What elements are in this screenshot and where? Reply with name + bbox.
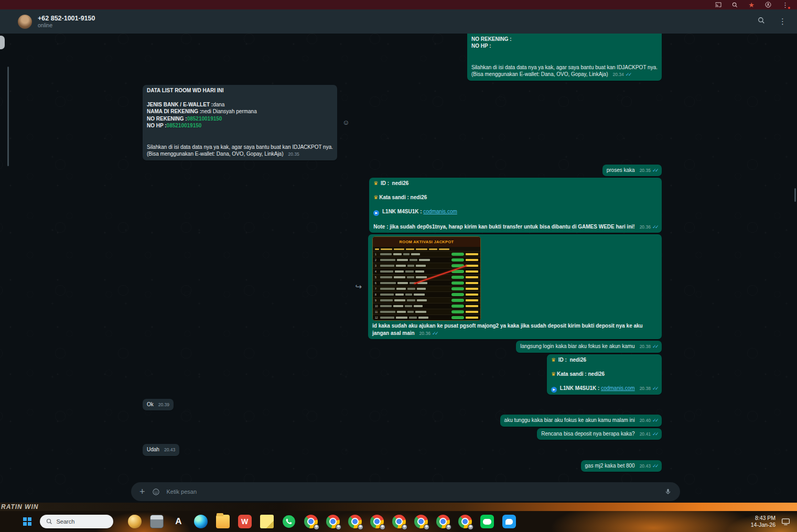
- taskbar-app-chrome-profile-14[interactable]: [436, 515, 450, 528]
- chat-search-icon[interactable]: [758, 17, 765, 26]
- message-text: ♛ ID : nedi26 ♛Kata sandi : nedi26 ▶ L1N…: [551, 356, 658, 393]
- taskbar-search-label: Search: [57, 518, 75, 525]
- microphone-icon[interactable]: [664, 488, 672, 495]
- left-scrollbar[interactable]: [7, 67, 9, 166]
- read-receipt-icon: ✓✓: [652, 224, 658, 230]
- read-receipt-icon: ✓✓: [652, 168, 658, 173]
- status-pill: [451, 305, 464, 308]
- message-bubble[interactable]: gas mj2 kaka bet 80020.43✓✓: [581, 460, 662, 472]
- taskbar-app-a-app-2[interactable]: A: [172, 515, 186, 528]
- message-meta: 20.34✓✓: [612, 72, 630, 77]
- taskbar-app-whatsapp-app-7[interactable]: [282, 515, 296, 528]
- bookmark-star-icon[interactable]: ★: [748, 2, 755, 8]
- message-segment: Udah: [147, 447, 159, 452]
- taskbar-search[interactable]: Search: [40, 515, 113, 528]
- message-text: Rencana bisa deposit nya berapa kaka?20.…: [541, 430, 658, 438]
- read-receipt-icon: ✓✓: [652, 418, 658, 423]
- message-meta: 20.38✓✓: [640, 344, 658, 349]
- taskbar-app-edge-3[interactable]: [194, 515, 208, 528]
- message-bubble[interactable]: NAMA DI REKENING :NO REKENING :NO HP : S…: [467, 34, 662, 81]
- message-bubble[interactable]: langsung login kaka biar aku fokus ke ak…: [516, 341, 662, 353]
- status-pill: [451, 276, 464, 279]
- attach-plus-icon[interactable]: +: [139, 487, 145, 496]
- message-bubble[interactable]: ♛ ID : nedi26 ♛Kata sandi : nedi26 ▶ L1N…: [369, 178, 662, 233]
- message-input[interactable]: Ketik pesan: [167, 488, 658, 495]
- message-link[interactable]: codmanis.com: [423, 209, 457, 214]
- message-segment: dana: [213, 102, 224, 107]
- start-button[interactable]: [23, 517, 31, 526]
- contact-info[interactable]: +62 852-1001-9150 online: [38, 15, 758, 28]
- emoji-sticker-icon[interactable]: [152, 488, 160, 496]
- message-segment: 085210019150: [187, 116, 222, 122]
- play-icon: ▶: [551, 387, 557, 393]
- message-row: ♛ ID : nedi26 ♛Kata sandi : nedi26 ▶ L1N…: [143, 354, 662, 395]
- taskbar-app-line-app-16[interactable]: [480, 515, 494, 528]
- taskbar-app-chrome-profile-12[interactable]: [392, 515, 406, 528]
- taskbar-app-chrome-profile-8[interactable]: [304, 515, 318, 528]
- cast-icon[interactable]: [715, 2, 721, 8]
- message-composer[interactable]: + Ketik pesan: [131, 482, 680, 501]
- chat-menu-icon[interactable]: ⋮: [779, 17, 787, 26]
- chat-scrollbar[interactable]: [794, 188, 796, 202]
- contact-name: +62 852-1001-9150: [38, 15, 758, 22]
- message-bubble[interactable]: Ok20.39: [143, 399, 174, 411]
- status-pill: [451, 293, 464, 297]
- taskbar-app-gold-app-0[interactable]: [128, 515, 142, 528]
- message-row: gas mj2 kaka bet 80020.43✓✓: [143, 460, 662, 472]
- profile-badge: [402, 524, 407, 530]
- taskbar-app-chrome-profile-9[interactable]: [326, 515, 340, 528]
- message-segment: Kata sandi : nedi26: [557, 371, 605, 377]
- profile-badge: [468, 524, 473, 530]
- message-segment: Ok: [147, 401, 154, 407]
- message-row: DATA LIST ROOM WD HARI INI JENIS BANK / …: [143, 85, 662, 160]
- taskbar-app-chrome-profile-13[interactable]: [414, 515, 428, 528]
- message-segment: Rencana bisa deposit nya berapa kaka?: [541, 431, 634, 437]
- react-hint-icon[interactable]: ☺: [342, 118, 349, 126]
- message-row: Ok20.39: [143, 399, 662, 411]
- contact-avatar[interactable]: [18, 15, 32, 29]
- status-pill: [451, 299, 464, 302]
- taskbar-app-window-app-1[interactable]: [150, 515, 164, 528]
- side-panel-handle[interactable]: [0, 36, 5, 49]
- message-meta: 20.40✓✓: [640, 418, 658, 423]
- message-bubble[interactable]: proses kaka20.35✓✓: [602, 165, 662, 177]
- jackpot-row: 9: [373, 297, 480, 303]
- profile-icon[interactable]: [765, 2, 771, 8]
- taskbar-app-chrome-profile-10[interactable]: [348, 515, 362, 528]
- message-link[interactable]: codmanis.com: [601, 385, 634, 391]
- jackpot-rows: 123456789101112: [373, 251, 480, 320]
- search-icon[interactable]: [732, 2, 738, 8]
- taskbar-app-sticky-notes-6[interactable]: [260, 515, 274, 528]
- cast-tray-icon[interactable]: [782, 518, 790, 525]
- taskbar-app-blue-chat-app-17[interactable]: [502, 515, 516, 528]
- message-segment: gas mj2 kaka bet 800: [585, 463, 635, 469]
- system-tray: 8:43 PM 14-Jan-26: [751, 515, 797, 528]
- message-meta: 20.36✓✓: [419, 331, 437, 336]
- play-icon: ▶: [373, 210, 379, 216]
- jackpot-row: 6: [373, 280, 480, 286]
- chat-area: NAMA DI REKENING :NO REKENING :NO HP : S…: [0, 34, 797, 503]
- forward-icon[interactable]: ↪: [355, 282, 362, 291]
- message-segment: aku tunggu kaka biar aku fokus ke akun k…: [504, 417, 635, 423]
- taskbar-app-chrome-profile-11[interactable]: [370, 515, 384, 528]
- message-segment: (Bisa menggunakan E-wallet: Dana, OVO, G…: [471, 71, 608, 77]
- taskbar-app-chrome-profile-15[interactable]: [458, 515, 472, 528]
- read-receipt-icon: ✓✓: [652, 463, 658, 469]
- message-bubble[interactable]: aku tunggu kaka biar aku fokus ke akun k…: [500, 415, 662, 427]
- message-bubble[interactable]: ROOM AKTIVASI JACKPOT123456789101112id k…: [368, 234, 662, 339]
- message-bubble[interactable]: DATA LIST ROOM WD HARI INI JENIS BANK / …: [143, 85, 337, 160]
- taskbar-app-file-explorer-4[interactable]: [216, 515, 230, 528]
- status-pill: [451, 253, 464, 256]
- message-meta: 20.36✓✓: [640, 224, 658, 230]
- menu-dots-icon[interactable]: ⋮: [782, 2, 789, 8]
- jackpot-table-image[interactable]: ROOM AKTIVASI JACKPOT123456789101112: [372, 236, 481, 321]
- message-bubble[interactable]: Udah20.43: [143, 444, 179, 456]
- message-bubble[interactable]: Rencana bisa deposit nya berapa kaka?20.…: [537, 428, 662, 440]
- message-segment: L1NK M4SU1K :: [381, 209, 423, 214]
- taskbar-clock[interactable]: 8:43 PM 14-Jan-26: [751, 515, 776, 528]
- message-time: 20.35: [288, 151, 299, 157]
- crown-icon: ♛: [551, 371, 556, 377]
- profile-badge: [380, 524, 385, 530]
- message-bubble[interactable]: ♛ ID : nedi26 ♛Kata sandi : nedi26 ▶ L1N…: [547, 354, 662, 395]
- taskbar-app-wps-office-5[interactable]: W: [238, 515, 252, 528]
